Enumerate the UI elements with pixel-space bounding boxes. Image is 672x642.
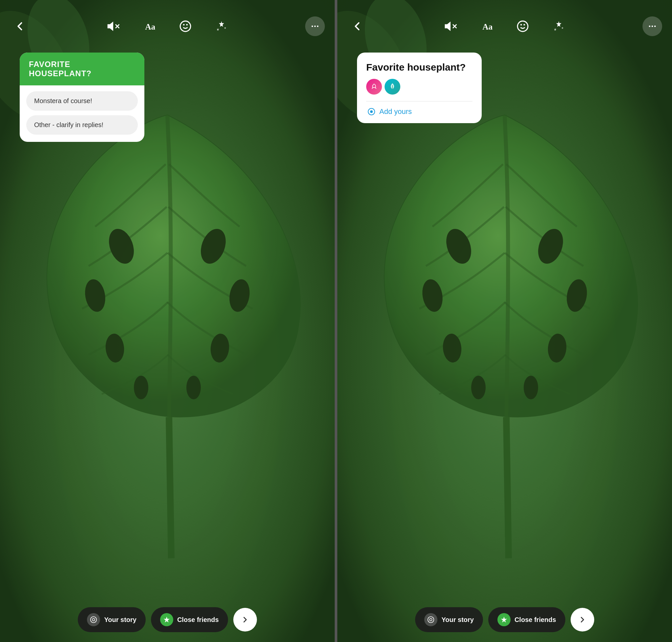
panel-divider: [335, 0, 337, 642]
effects-button-right[interactable]: [549, 16, 569, 36]
add-yours-divider: [366, 101, 473, 102]
close-friends-icon-right: [498, 613, 511, 626]
svg-text:Aa: Aa: [482, 22, 492, 31]
svg-point-46: [428, 617, 434, 622]
close-friends-button-right[interactable]: Close friends: [488, 607, 565, 632]
next-button-left[interactable]: [233, 608, 257, 631]
poll-option-2[interactable]: Other - clarify in replies!: [26, 115, 138, 134]
svg-text:Aa: Aa: [145, 22, 155, 31]
svg-point-18: [312, 26, 313, 27]
svg-marker-34: [445, 23, 450, 30]
add-yours-widget: Favorite houseplant?: [357, 53, 482, 123]
effects-button-left[interactable]: [212, 16, 231, 36]
svg-point-20: [317, 26, 319, 27]
back-button-right[interactable]: [347, 16, 367, 36]
svg-point-15: [180, 21, 190, 31]
poll-widget-left: FAVORITE HOUSEPLANT? Monstera of course!…: [20, 53, 144, 142]
poll-question: FAVORITE HOUSEPLANT?: [29, 60, 135, 78]
add-yours-avatars: [366, 79, 473, 94]
your-story-icon-right: [424, 613, 437, 626]
svg-point-47: [430, 618, 432, 621]
your-story-button-right[interactable]: Your story: [415, 607, 483, 632]
close-friends-label-right: Close friends: [514, 616, 556, 624]
mute-button-left[interactable]: [103, 16, 123, 36]
your-story-label-right: Your story: [441, 616, 474, 624]
poll-options: Monstera of course! Other - clarify in r…: [20, 85, 144, 142]
svg-point-42: [652, 26, 653, 27]
your-story-icon-left: [87, 613, 100, 626]
close-friends-button-left[interactable]: Close friends: [151, 607, 228, 632]
back-button-left[interactable]: [10, 16, 29, 36]
close-friends-icon-left: [160, 613, 173, 626]
more-button-right[interactable]: [643, 16, 662, 36]
svg-point-19: [314, 26, 316, 27]
left-panel-content: Aa: [0, 0, 335, 642]
left-bottom-bar: Your story Close friends: [0, 607, 335, 632]
avatar-2: [385, 79, 400, 94]
left-phone-panel: Aa: [0, 0, 335, 642]
left-toolbar: Aa: [0, 0, 335, 43]
your-story-button-left[interactable]: Your story: [78, 607, 146, 632]
your-story-label-left: Your story: [104, 616, 136, 624]
sticker-button-right[interactable]: [513, 16, 532, 36]
more-button-left[interactable]: [305, 16, 325, 36]
text-button-right[interactable]: Aa: [477, 16, 497, 36]
add-yours-question: Favorite houseplant?: [366, 62, 473, 73]
right-phone-panel: Aa: [337, 0, 672, 642]
add-yours-button[interactable]: Add yours: [366, 107, 413, 116]
svg-point-41: [649, 26, 651, 27]
right-bottom-bar: Your story Close friends: [337, 607, 672, 632]
svg-point-45: [370, 111, 372, 113]
avatar-1: [366, 79, 382, 94]
svg-point-22: [93, 618, 95, 621]
poll-header: FAVORITE HOUSEPLANT?: [20, 53, 144, 85]
svg-point-43: [654, 26, 656, 27]
add-yours-label: Add yours: [379, 107, 412, 116]
right-panel-content: Aa: [337, 0, 672, 642]
svg-marker-11: [108, 23, 113, 30]
right-toolbar: Aa: [337, 0, 672, 43]
close-friends-label-left: Close friends: [177, 616, 219, 624]
mute-button-right[interactable]: [441, 16, 460, 36]
poll-option-1[interactable]: Monstera of course!: [26, 91, 138, 111]
sticker-button-left[interactable]: [175, 16, 195, 36]
svg-point-21: [91, 617, 96, 622]
next-button-right[interactable]: [571, 608, 594, 631]
svg-point-38: [517, 21, 528, 31]
text-button-left[interactable]: Aa: [140, 16, 159, 36]
